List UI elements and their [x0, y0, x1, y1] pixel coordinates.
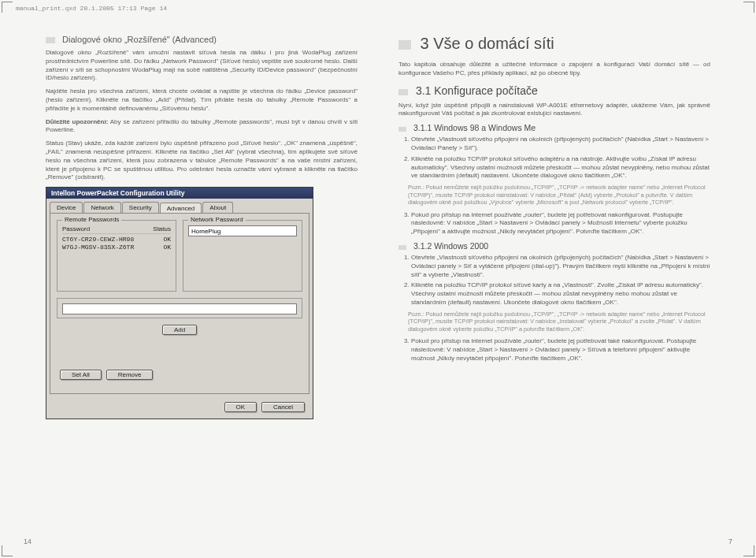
add-button-row: Add — [57, 325, 302, 335]
tab-pane: Remote Passwords Password Status CT6Y-CR… — [50, 213, 309, 394]
paragraph: Důležité upozornění: Aby se zařízení při… — [46, 118, 358, 136]
group-title: Network Password — [188, 216, 246, 223]
paragraph: Nyní, když jste úspěšně připojili a nain… — [398, 102, 710, 119]
network-password-group: Network Password — [183, 220, 302, 292]
subsubsection-title-text: 3.1.2 Windows 2000 — [413, 241, 488, 251]
bullet-square-icon — [398, 245, 406, 250]
list-header: Password Status — [62, 225, 171, 234]
bullet-square-icon — [398, 89, 408, 95]
section-title-text: Dialogové okno „Rozšířené" (Advanced) — [62, 35, 217, 44]
dialog-titlebar: Intellon PowerPacket Configuration Utili… — [46, 188, 313, 199]
col-status: Status — [153, 225, 171, 232]
bold-label: Důležité upozornění: — [46, 118, 108, 125]
left-page: Dialogové okno „Rozšířené" (Advanced) Di… — [0, 17, 378, 558]
page-number: 7 — [728, 538, 732, 545]
subsubsection-title-text: 3.1.1 Windows 98 a Windows Me — [413, 123, 536, 132]
set-all-button[interactable]: Set All — [60, 370, 102, 380]
row-status: OK — [163, 244, 171, 251]
tab-device[interactable]: Device — [50, 202, 83, 213]
note-paragraph: Pozn.: Pokud nemůžete najít položku podo… — [408, 184, 710, 206]
row-password: W7GJ-MGSV-83SX-Z6TR — [62, 244, 163, 251]
list-item: Klikněte na položku TCP/IP protokol síťo… — [411, 155, 710, 180]
row-password: CT6Y-CR29-CEWZ-HR98 — [62, 236, 163, 244]
dialog-bottom-buttons: OK Cancel — [46, 397, 313, 418]
list-item: Pokud pro přístup na internet používáte … — [411, 211, 710, 236]
steps-list: Otevřete „Vlastnosti síťového připojení … — [398, 136, 710, 180]
steps-list: Otevřete „Vlastnosti síťového připojení … — [398, 254, 710, 307]
network-password-input[interactable] — [188, 225, 297, 236]
page-spread: Dialogové okno „Rozšířené" (Advanced) Di… — [0, 0, 756, 558]
list-item: Klikněte na položku TCP/IP protokol síťo… — [411, 281, 710, 307]
paragraph: Dialogové okno „Rozšířené" vám umožní na… — [46, 49, 358, 83]
config-utility-dialog: Intellon PowerPacket Configuration Utili… — [46, 187, 313, 419]
tab-about[interactable]: About — [202, 202, 233, 213]
bullet-square-icon — [46, 37, 55, 43]
list-item: Otevřete „Vlastnosti síťového připojení … — [411, 254, 710, 279]
add-button[interactable]: Add — [162, 325, 197, 335]
tab-security[interactable]: Security — [122, 202, 159, 213]
remove-button[interactable]: Remove — [106, 370, 154, 380]
tab-advanced[interactable]: Advanced — [160, 203, 202, 214]
subsection-title: 3.1 Konfigurace počítače — [398, 84, 710, 97]
note-paragraph: Pozn.: Pokud nemůžete najít položku podo… — [408, 311, 710, 333]
remote-passwords-group: Remote Passwords Password Status CT6Y-CR… — [57, 220, 176, 292]
subsubsection-title: 3.1.2 Windows 2000 — [398, 241, 710, 251]
chapter-title: 3 Vše o domácí síti — [398, 35, 710, 53]
subsubsection-title: 3.1.1 Windows 98 a Windows Me — [398, 123, 710, 132]
action-button-row: Set All Remove — [57, 370, 302, 380]
section-title: Dialogové okno „Rozšířené" (Advanced) — [46, 35, 358, 44]
group-title: Remote Passwords — [62, 216, 121, 223]
chapter-title-text: 3 Vše o domácí síti — [421, 35, 554, 52]
cancel-button[interactable]: Cancel — [261, 402, 305, 412]
right-page: 3 Vše o domácí síti Tato kapitola obsahu… — [378, 17, 756, 558]
password-list[interactable]: CT6Y-CR29-CEWZ-HR98 OK W7GJ-MGSV-83SX-Z6… — [62, 236, 171, 286]
bullet-square-icon — [398, 127, 406, 132]
dialog-tabs: Device Network Security Advanced About — [46, 199, 313, 213]
row-status: OK — [163, 236, 171, 244]
ok-button[interactable]: OK — [224, 402, 258, 412]
tab-network[interactable]: Network — [83, 202, 120, 213]
steps-list: Pokud pro přístup na internet používáte … — [398, 337, 710, 363]
col-password: Password — [62, 225, 153, 232]
list-item[interactable]: W7GJ-MGSV-83SX-Z6TR OK — [62, 244, 171, 251]
paragraph: Status (Stav) ukáže, zda každé zařízení … — [46, 140, 358, 182]
device-password-input[interactable] — [62, 303, 297, 314]
bullet-square-icon — [398, 40, 411, 50]
paragraph: Tato kapitola obsahuje důležité a užiteč… — [398, 61, 710, 78]
print-header: manual_print.qxd 20.1.2005 17:13 Page 14 — [16, 5, 167, 12]
list-item: Otevřete „Vlastnosti síťového připojení … — [411, 136, 710, 153]
steps-list: Pokud pro přístup na internet používáte … — [398, 211, 710, 236]
subsection-title-text: 3.1 Konfigurace počítače — [416, 84, 538, 97]
page-number: 14 — [24, 538, 32, 545]
list-item: Pokud pro přístup na internet používáte … — [411, 337, 710, 363]
paragraph: Najděte hesla pro všechna zařízení, kter… — [46, 87, 358, 113]
list-item[interactable]: CT6Y-CR29-CEWZ-HR98 OK — [62, 236, 171, 244]
